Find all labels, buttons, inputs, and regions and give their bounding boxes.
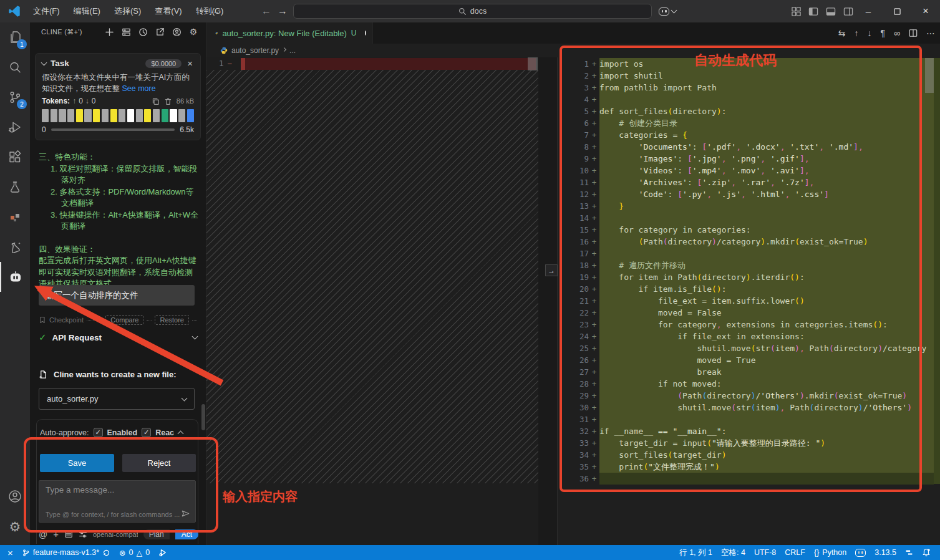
message-input[interactable]: Type a message... Type @ for context, / … [39,480,196,523]
code-line[interactable]: 3+from pathlib import Path [558,82,940,94]
customize-layout-button[interactable] [787,0,805,22]
code-line[interactable]: 31+ [558,413,940,425]
code-line[interactable]: 16+ (Path(directory)/category).mkdir(exi… [558,236,940,248]
code-line[interactable]: 24+ if file_ext in extensions: [558,331,940,342]
code-line[interactable]: 22+ moved = False [558,307,940,319]
language-mode[interactable]: {} Python [810,545,851,560]
settings-icon[interactable]: ⚙ [187,26,200,38]
close-window-button[interactable]: × [911,0,940,22]
compare-button[interactable]: Compare [105,315,143,325]
code-line[interactable]: 1+import os [558,58,940,70]
activity-testing[interactable] [0,172,30,202]
right-scrollbar-thumb[interactable] [925,58,934,93]
code-line[interactable]: 6+ # 创建分类目录 [558,117,940,129]
breadcrumb[interactable]: auto_sorter.py ... [206,44,940,57]
command-search-input[interactable]: docs [293,4,652,19]
notifications-bell-icon[interactable] [918,545,935,560]
code-line[interactable]: 25+ shutil.move(str(item), Path(director… [558,342,940,354]
code-line[interactable]: 34+ sort_files(target_dir) [558,449,940,461]
code-line[interactable]: 35+ print("文件整理完成！") [558,461,940,473]
code-line[interactable]: 32+if __name__ == "__main__": [558,425,940,437]
menu-item[interactable]: 文件(F) [26,3,67,19]
tab-auto-sorter[interactable]: auto_sorter.py: New File (Editable) U [206,22,373,44]
code-line[interactable]: 19+ for item in Path(directory).iterdir(… [558,271,940,283]
save-button[interactable]: Save [40,454,114,472]
activity-cline[interactable] [0,262,30,292]
code-line[interactable]: 11+ 'Archives': ['.zip', '.rar', '.7z'], [558,176,940,188]
code-line[interactable]: 12+ 'Code': ['.py', '.js', '.html', '.cs… [558,188,940,200]
problems-item[interactable]: ⊗0 △0 [115,545,154,560]
task-close-icon[interactable]: × [186,58,194,69]
code-line[interactable]: 21+ file_ext = item.suffix.lower() [558,295,940,307]
activity-source-control[interactable]: 2 [0,82,30,112]
code-line[interactable]: 9+ 'Images': ['.jpg', '.png', '.gif'], [558,153,940,165]
delete-icon[interactable] [164,97,172,105]
maximize-button[interactable] [883,0,911,22]
send-icon[interactable] [181,509,190,518]
new-task-icon[interactable] [103,26,115,38]
activity-extension-lab[interactable] [0,232,30,262]
formatter-icon[interactable] [901,545,918,560]
code-line[interactable]: 36+ [558,473,940,485]
code-line[interactable]: 8+ 'Documents': ['.pdf', '.docx', '.txt'… [558,141,940,153]
toggle-sidebar-button[interactable] [805,0,822,22]
next-change-icon[interactable]: ↓ [867,28,871,38]
code-line[interactable]: 26+ moved = True [558,354,940,366]
minimize-button[interactable]: – [854,0,883,22]
code-line[interactable]: 20+ if item.is_file(): [558,283,940,295]
remote-icon[interactable]: × [0,545,17,560]
indentation[interactable]: 空格: 4 [717,545,750,560]
code-line[interactable]: 30+ shutil.move(str(item), Path(director… [558,402,940,413]
python-version[interactable]: 3.13.5 [870,545,901,560]
more-actions-icon[interactable]: ⋯ [926,28,935,38]
code-line[interactable]: 10+ 'Videos': ['.mp4', '.mov', '.avi'], [558,165,940,176]
history-icon[interactable] [137,26,149,38]
copilot-button[interactable] [659,0,676,22]
code-line[interactable]: 27+ break [558,366,940,378]
code-line[interactable]: 13+ } [558,200,940,212]
code-line[interactable]: 15+ for category in categories: [558,224,940,236]
task-collapse-icon[interactable] [41,59,47,65]
plan-toggle[interactable]: Plan [143,529,170,539]
code-line[interactable]: 29+ (Path(directory)/'Others').mkdir(exi… [558,390,940,402]
copilot-status-icon[interactable] [851,545,870,560]
whitespace-icon[interactable]: ¶ [880,28,885,38]
account-icon[interactable] [170,26,183,38]
sliders-icon[interactable] [79,530,87,539]
activity-extensions[interactable] [0,142,30,172]
open-in-editor-icon[interactable] [153,26,166,38]
code-line[interactable]: 4+ [558,94,940,105]
activity-run-debug[interactable] [0,112,30,142]
debug-icon[interactable] [154,545,172,560]
diff-sash[interactable] [538,57,558,545]
split-editor-icon[interactable] [909,29,918,37]
code-line[interactable]: 18+ # 遍历文件并移动 [558,259,940,271]
code-line[interactable]: 7+ categories = { [558,129,940,141]
eol-sequence[interactable]: CRLF [780,545,810,560]
file-dropdown[interactable]: auto_sorter.py [39,388,195,410]
diff-modified-pane[interactable]: 1+import os2+import shutil3+from pathlib… [558,58,940,485]
enabled-checkbox[interactable]: ✓ [94,428,103,437]
settings-gear-icon[interactable]: ⚙ [0,511,30,541]
rules-icon[interactable] [64,530,73,539]
code-line[interactable]: 5+def sort_files(directory): [558,105,940,117]
code-line[interactable]: 2+import shutil [558,70,940,82]
prompt-input[interactable]: 编写一个自动排序的文件 [39,285,195,306]
code-line[interactable]: 14+ [558,212,940,224]
context-slider[interactable] [51,128,175,131]
diff-original-pane[interactable]: 1− [206,57,538,545]
previous-change-icon[interactable]: ↑ [854,28,858,38]
model-selector[interactable]: openai-compat:dee... [93,531,138,538]
activity-search[interactable] [0,52,30,82]
encoding[interactable]: UTF-8 [750,545,780,560]
code-line[interactable]: 23+ for category, extensions in categori… [558,319,940,331]
reject-button[interactable]: Reject [122,454,196,472]
activity-explorer[interactable]: 1 [0,22,30,52]
cursor-position[interactable]: 行 1, 列 1 [675,545,717,560]
account-button[interactable] [0,481,30,511]
menu-more[interactable]: ··· [206,0,224,22]
mention-icon[interactable]: @ [39,529,47,539]
nav-back-icon[interactable]: ← [258,0,274,22]
api-request-row[interactable]: ✓ API Request [39,332,197,343]
restore-button[interactable]: Restore [155,315,189,325]
